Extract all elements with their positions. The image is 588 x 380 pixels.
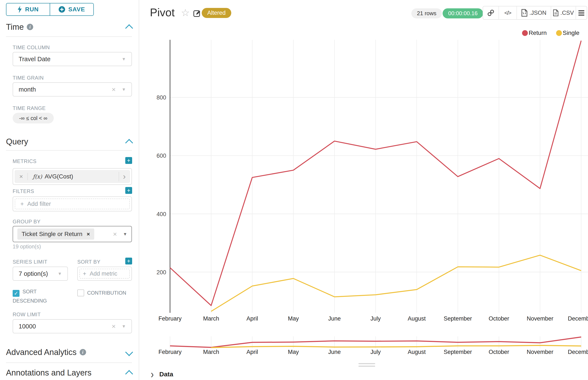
time-column-select[interactable]: Travel Date ▼	[13, 52, 132, 66]
filters-box: + Add filter	[13, 196, 132, 211]
row-count-badge: 21 rows	[411, 8, 442, 19]
remove-chip-icon[interactable]: ×	[87, 231, 90, 237]
divider	[6, 150, 132, 151]
time-range-value: -∞ ≤ col < ∞	[19, 115, 47, 121]
svg-text:December: December	[568, 315, 588, 322]
svg-text:September: September	[444, 349, 472, 355]
favorite-star-icon[interactable]: ☆	[181, 7, 190, 19]
export-json-button[interactable]: .JSON	[517, 6, 551, 19]
resize-drag-handle[interactable]	[358, 363, 375, 368]
line-chart[interactable]: 200400600800FebruaryMarchAprilMayJuneJul…	[139, 28, 588, 361]
caret-down-icon: ▼	[58, 271, 62, 276]
query-duration-label: 00:00:00.16	[448, 10, 478, 17]
csv-button-label: .CSV	[560, 10, 574, 16]
series-limit-select[interactable]: 7 option(s) ▼	[13, 266, 68, 281]
query-duration-badge: 00:00:00.16	[443, 8, 483, 19]
clear-icon[interactable]: ×	[112, 86, 116, 93]
run-button[interactable]: RUN	[6, 3, 50, 15]
svg-text:June: June	[328, 349, 341, 355]
add-metric-plus-button[interactable]: +	[125, 157, 132, 164]
plus-icon: +	[127, 258, 130, 265]
csv-file-icon	[553, 9, 559, 17]
sort-descending-checkbox[interactable]: ✓	[13, 290, 20, 297]
info-icon[interactable]: i	[27, 24, 33, 30]
query-section-header: Query	[6, 136, 132, 147]
edit-title-icon[interactable]	[193, 9, 201, 17]
run-save-button-group: RUN SAVE	[6, 3, 94, 16]
clear-icon[interactable]: ×	[112, 323, 116, 330]
svg-text:February: February	[159, 349, 182, 355]
check-icon: ✓	[14, 290, 18, 296]
more-options-menu-button[interactable]	[576, 6, 587, 19]
sort-descending-control: ✓SORT DESCENDING	[13, 287, 60, 305]
time-grain-select[interactable]: month × ▼	[13, 82, 132, 96]
expand-chevron-down-icon[interactable]	[125, 348, 133, 356]
clear-icon[interactable]: ×	[113, 231, 117, 237]
embed-code-button[interactable]: </>	[499, 6, 517, 19]
divider	[6, 36, 132, 37]
altered-badge[interactable]: Altered	[202, 8, 231, 18]
svg-text:600: 600	[157, 152, 166, 159]
svg-text:July: July	[370, 315, 381, 322]
row-count-label: 21 rows	[417, 10, 436, 17]
metrics-label: METRICS	[13, 158, 37, 164]
save-button[interactable]: SAVE	[50, 3, 93, 15]
contribution-checkbox[interactable]	[77, 289, 84, 296]
hamburger-icon	[578, 9, 584, 17]
chart-title: Pivot	[150, 6, 175, 19]
add-metric-button[interactable]: + Add metric	[80, 269, 130, 279]
divider	[6, 362, 132, 363]
annotations-header: Annotations and Layers	[6, 367, 132, 378]
chart-svg: 200400600800FebruaryMarchAprilMayJuneJul…	[139, 28, 588, 361]
contribution-label: CONTRIBUTION	[87, 290, 126, 296]
svg-text:800: 800	[157, 94, 166, 101]
group-by-label: GROUP BY	[13, 219, 41, 225]
export-csv-button[interactable]: .CSV	[551, 6, 576, 19]
series-limit-value: 7 option(s)	[19, 270, 48, 277]
save-button-label: SAVE	[68, 6, 85, 13]
time-section-title: Time	[6, 22, 24, 32]
remove-metric-icon[interactable]: ×	[15, 173, 28, 180]
copy-link-button[interactable]	[483, 6, 499, 19]
expand-metric-icon[interactable]: ›	[119, 172, 130, 181]
add-filter-label: Add filter	[27, 200, 51, 207]
lightning-icon	[17, 6, 22, 13]
time-column-value: Travel Date	[19, 56, 51, 63]
advanced-analytics-title: Advanced Analytics	[6, 348, 77, 357]
svg-text:April: April	[246, 315, 258, 322]
query-section-title: Query	[6, 137, 28, 146]
svg-text:August: August	[408, 315, 426, 322]
json-button-label: .JSON	[529, 10, 547, 16]
svg-text:February: February	[159, 315, 182, 322]
collapse-chevron-up-icon[interactable]	[125, 370, 133, 378]
group-by-chip-label: Ticket Single or Return	[22, 231, 82, 237]
add-sort-plus-button[interactable]: +	[125, 258, 132, 265]
metric-chip[interactable]: × ƒ(x) AVG(Cost) ›	[15, 170, 130, 183]
group-by-select[interactable]: Ticket Single or Return × × ▼	[13, 226, 132, 242]
add-filter-plus-button[interactable]: +	[125, 187, 132, 194]
time-range-label: TIME RANGE	[13, 105, 46, 111]
data-panel-header[interactable]: › Data	[151, 370, 173, 379]
plus-circle-icon	[59, 6, 65, 13]
svg-text:October: October	[489, 315, 509, 322]
series-limit-label: SERIES LIMIT	[13, 259, 47, 265]
run-button-label: RUN	[25, 6, 39, 13]
row-limit-select[interactable]: 10000 × ▼	[13, 319, 132, 333]
caret-down-icon: ▼	[122, 324, 126, 329]
time-range-chip[interactable]: -∞ ≤ col < ∞	[13, 113, 54, 123]
collapse-chevron-up-icon[interactable]	[125, 24, 133, 32]
svg-text:April: April	[246, 349, 258, 355]
svg-text:September: September	[444, 315, 472, 322]
time-grain-label: TIME GRAIN	[13, 75, 44, 81]
advanced-analytics-header: Advanced Analytics i	[6, 347, 132, 358]
svg-text:December: December	[568, 349, 588, 355]
info-icon[interactable]: i	[80, 349, 86, 355]
svg-text:March: March	[203, 349, 219, 355]
row-limit-value: 10000	[19, 323, 36, 330]
svg-text:August: August	[408, 349, 426, 355]
metrics-box: × ƒ(x) AVG(Cost) ›	[13, 168, 132, 185]
add-filter-button[interactable]: + Add filter	[15, 199, 130, 209]
group-by-chip[interactable]: Ticket Single or Return ×	[17, 228, 94, 240]
collapse-chevron-up-icon[interactable]	[125, 139, 133, 147]
expand-chevron-right-icon: ›	[151, 369, 154, 380]
